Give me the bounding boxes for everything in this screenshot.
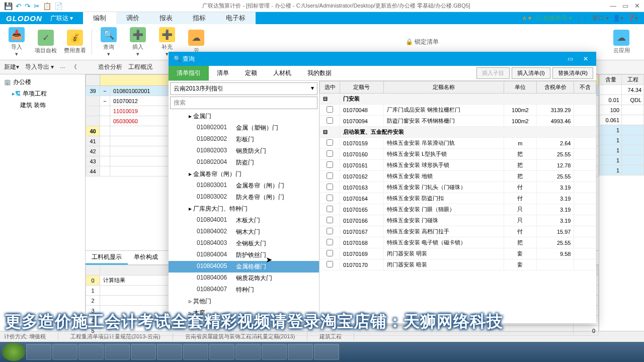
right-columns[interactable]: 含量工程 74.340.01QDL1000.06111111 [599, 74, 644, 331]
row-checkbox[interactable] [327, 195, 333, 201]
quota-row[interactable]: 01070094防盗门窗安装 不锈钢格栅门100m24993.46 [320, 116, 596, 127]
tree-item[interactable]: 010804005金属格栅门 [169, 261, 319, 273]
ribbon-tab-index[interactable]: 指标 [183, 12, 216, 24]
tree-sub1[interactable]: ▸🏗单项工程 [2, 88, 83, 100]
search-input[interactable]: 搜索 [170, 97, 317, 109]
dialog-right-panel[interactable]: 选中 定额号 定额名称 单位 含税单价 不含 ⊟门安装01070048厂库门成品… [319, 81, 596, 323]
help-icon[interactable]: ❓▾ [627, 15, 638, 22]
lock-list[interactable]: 🔒 锁定清单 [406, 38, 439, 46]
tree-item[interactable]: ▸ 厂库房大门、特种门 [169, 203, 319, 215]
tree-item[interactable]: 010802004防盗门 [169, 157, 319, 168]
query-button[interactable]: 🔍查询▾ [96, 27, 121, 57]
ribbon-tab-report[interactable]: 报表 [149, 12, 183, 24]
close-icon[interactable]: ✕ [634, 2, 640, 10]
insert-subitem-button[interactable]: 插入子目 [476, 67, 510, 79]
row-checkbox[interactable] [327, 239, 333, 245]
tree-item[interactable]: 010804007特种门 [169, 284, 319, 296]
copy-icon[interactable]: 📋 [43, 2, 51, 10]
redo-icon[interactable]: ↷ [25, 2, 31, 10]
undo-icon[interactable]: ↶ [16, 2, 22, 10]
row-checkbox[interactable] [327, 184, 333, 190]
row-checkbox[interactable] [327, 117, 333, 124]
task-item[interactable] [26, 344, 51, 360]
taskbar[interactable] [0, 342, 644, 362]
row-checkbox[interactable] [327, 150, 333, 157]
dialog-close-icon[interactable]: ✕ [580, 55, 591, 62]
quota-row[interactable]: 01070167特殊五金安装 高档门拉手付15.97 [320, 226, 596, 237]
dialog-minimize-icon[interactable]: ▭ [565, 55, 576, 62]
tree-item[interactable]: 010804004防护铁丝门 [169, 249, 319, 261]
insert-button[interactable]: ➕插入▾ [125, 27, 150, 57]
dialog-title-bar[interactable]: 🔍 查询 ▭ ✕ [169, 52, 596, 66]
tree-item[interactable]: 010804002钢木大门 [169, 226, 319, 238]
quota-row[interactable]: 01070166特殊五金安装 门碰珠只3.19 [320, 215, 596, 226]
tree-item[interactable]: 010803001金属卷帘（闸）门 [169, 180, 319, 192]
ribbon-tab-edit[interactable]: 编制 [83, 12, 116, 24]
ribbon-tab-ebid[interactable]: 电子标 [216, 12, 256, 24]
dialog-tab-mydata[interactable]: 我的数据 [299, 66, 340, 80]
save-icon[interactable]: 💾 [4, 2, 13, 10]
dialog-tab-material[interactable]: 人材机 [265, 66, 299, 80]
row-checkbox[interactable] [327, 172, 333, 179]
quota-row[interactable]: 01070169闭门器安装 明装套9.58 [320, 248, 596, 259]
tree-item[interactable]: 010804006钢质花饰大门 [169, 273, 319, 284]
row-checkbox[interactable] [327, 139, 333, 146]
quota-row[interactable]: 01070170闭门器安装 暗装套 [320, 259, 596, 270]
row-checkbox[interactable] [327, 161, 333, 168]
new-button[interactable]: 新建▾ [4, 63, 19, 71]
dialog-tab-quota[interactable]: 定额 [237, 66, 265, 80]
tree-item[interactable]: 010803002防火卷帘（闸）门 [169, 192, 319, 203]
bottom-tab-material[interactable]: 工料机显示 [86, 251, 128, 264]
cloud-app-button[interactable]: ☁云应用 [609, 27, 634, 57]
bottom-tab-price[interactable]: 单价构成 [128, 251, 164, 264]
category-tree[interactable]: ▸ 金属门010802001金属（塑钢）门010802002彩板门0108020… [169, 111, 319, 323]
cut-icon[interactable]: ✂ [34, 2, 40, 10]
start-button[interactable] [2, 343, 25, 361]
quota-row[interactable]: 01070164特殊五金安装 防盗门扣付3.19 [320, 193, 596, 204]
tree-item[interactable]: ▸ 金属门 [169, 111, 319, 122]
insert-list-button[interactable]: 插入清单(I) [512, 67, 550, 79]
row-checkbox[interactable] [327, 261, 333, 267]
user-icon[interactable]: 👤▾ [613, 15, 623, 22]
tree-item[interactable]: ▹ 木窗 [169, 307, 319, 319]
quick-access[interactable]: 💾 ↶ ↷ ✂ 📋 📄 [4, 2, 63, 10]
online-learn[interactable]: ◎ 在线学习 ▾ [535, 14, 572, 23]
import-button[interactable]: 📥导入▾ [4, 27, 29, 57]
quota-row[interactable]: 01070168特殊五金安装 电子锁（磁卡锁）把25.55 [320, 237, 596, 248]
row-checkbox[interactable] [327, 228, 333, 234]
index-combo[interactable]: 云南2013序列指引▾ [170, 82, 317, 95]
quota-row[interactable]: 01070159特殊五金安装 吊装滑动门轨m2.64 [320, 138, 596, 149]
row-checkbox[interactable] [327, 206, 333, 212]
window-controls[interactable]: — ▭ ✕ [610, 2, 640, 10]
import-export[interactable]: 导入导出 ▾ [25, 63, 54, 71]
tree-item[interactable]: 010802001金属（塑钢）门 [169, 122, 319, 134]
quota-row[interactable]: 01070048厂库门成品安装 钢推拉栅栏门100m23139.29 [320, 105, 596, 116]
window-menu[interactable]: 窗口 ▾ [592, 14, 609, 23]
tree-item[interactable]: 010802003钢质防火门 [169, 145, 319, 157]
minimize-icon[interactable]: — [610, 2, 616, 10]
quota-row[interactable]: 01070162特殊五金安装 地锁把25.55 [320, 171, 596, 182]
tree-root[interactable]: 🏢办公楼 [2, 76, 83, 88]
tree-item[interactable]: ▸ 金属卷帘（闸）门 [169, 168, 319, 180]
project-tree[interactable]: 🏢办公楼 ▸🏗单项工程 建筑 装饰 [0, 74, 86, 331]
ribbon-tab-price[interactable]: 调价 [116, 12, 149, 24]
paste-icon[interactable]: 📄 [54, 2, 63, 10]
row-checkbox[interactable] [327, 250, 333, 256]
tree-sub2[interactable]: 建筑 装饰 [2, 100, 83, 111]
tree-item[interactable]: 010802002彩板门 [169, 134, 319, 145]
quota-row[interactable]: 01070160特殊五金安装 L型执手锁把25.55 [320, 149, 596, 160]
replace-list-button[interactable]: 替换清单(R) [552, 67, 593, 79]
quota-row[interactable]: 01070161特殊五金安装 球形执手锁把12.78 [320, 160, 596, 171]
brand-suffix[interactable]: 广联达 ▾ [50, 14, 73, 23]
cost-view-button[interactable]: 💰费用查看 [62, 27, 88, 57]
row-checkbox[interactable] [327, 217, 333, 223]
row-checkbox[interactable] [327, 106, 333, 113]
tree-item[interactable]: 010804003全钢板大门 [169, 238, 319, 249]
dialog-tab-list[interactable]: 清单 [209, 66, 237, 80]
quota-row[interactable]: 01070163特殊五金安装 门轧头（门碰珠）付3.19 [320, 182, 596, 193]
maximize-icon[interactable]: ▭ [622, 2, 628, 10]
quota-row[interactable]: 01070165特殊五金安装 门眼（猫眼）只3.19 [320, 204, 596, 215]
dialog-tab-guide[interactable]: 清单指引 [169, 66, 209, 80]
tree-item[interactable]: ▹ 其他门 [169, 296, 319, 307]
tree-item[interactable]: 010804001木板大门 [169, 215, 319, 226]
